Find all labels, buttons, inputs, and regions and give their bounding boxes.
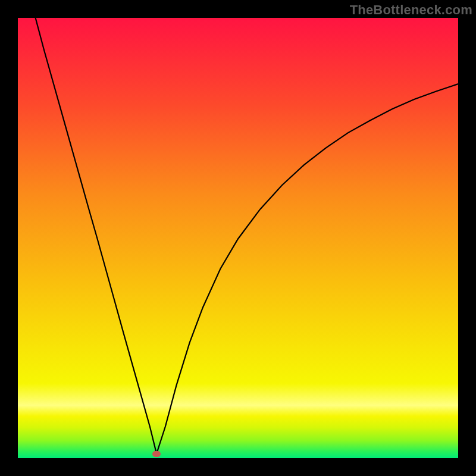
watermark-text: TheBottleneck.com: [350, 2, 472, 18]
bottleneck-curve: [36, 18, 458, 454]
curve-layer: [18, 18, 458, 458]
plot-area: [18, 18, 458, 458]
minimum-marker: [152, 451, 161, 457]
chart-frame: TheBottleneck.com: [0, 0, 476, 476]
